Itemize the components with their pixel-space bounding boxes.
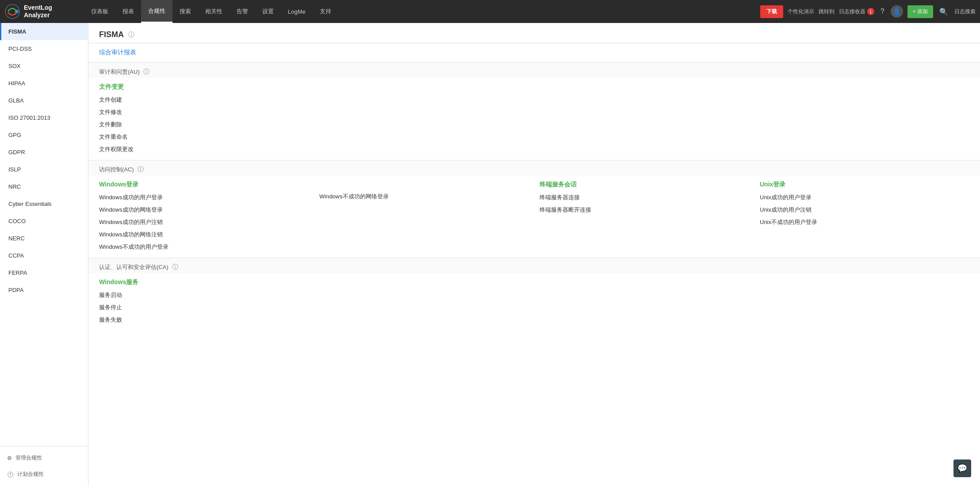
content-header: FISMA ⓘ [88, 23, 980, 43]
search-icon[interactable]: 🔍 [938, 6, 950, 18]
section-header-ca: 认证、认可和安全评估(CA) ⓘ [88, 258, 980, 273]
file-changes-items: 文件创建 文件修改 文件删除 文件重命名 文件权限更改 [99, 95, 969, 155]
sidebar-item-cyber-essentials[interactable]: Cyber Essentials [0, 195, 88, 213]
gear-icon: ⚙ [7, 455, 12, 461]
section-ca-help-icon[interactable]: ⓘ [172, 263, 178, 271]
help-icon[interactable]: ⓘ [128, 31, 134, 39]
sidebar-item-islp[interactable]: ISLP [0, 161, 88, 178]
sidebar-item-ccpa[interactable]: CCPA [0, 247, 88, 264]
list-item[interactable]: 文件重命名 [99, 132, 969, 142]
sidebar-item-iso27001[interactable]: ISO 27001:2013 [0, 109, 88, 126]
nav-logme[interactable]: LogMe [281, 0, 313, 23]
add-button[interactable]: + 添加 [907, 5, 933, 18]
download-button[interactable]: 下载 [760, 5, 783, 18]
top-navigation: EventLog Analyzer 仪表板 报表 合规性 搜索 相关性 告警 设… [0, 0, 980, 23]
chat-icon[interactable]: 💬 [953, 459, 971, 477]
sidebar-item-coco[interactable]: COCO [0, 213, 88, 230]
user-avatar[interactable]: 👤 [891, 5, 903, 18]
sidebar-item-nrc[interactable]: NRC [0, 178, 88, 195]
list-item[interactable]: 服务停止 [99, 302, 969, 313]
list-item[interactable]: 文件删除 [99, 119, 969, 130]
list-item[interactable]: 文件修改 [99, 107, 969, 118]
section-header-au: 审计和问责(AU) ⓘ [88, 62, 980, 78]
sidebar-item-hipaa[interactable]: HIPAA [0, 75, 88, 92]
windows-services-title: Windows服务 [99, 278, 969, 286]
list-item[interactable]: 终端服务器断开连接 [540, 205, 749, 215]
logo-icon [4, 4, 20, 19]
nav-right: 下载 个性化演示 跳转到 日志接收器 1 ? 👤 + 添加 🔍 日志搜索 [760, 5, 976, 18]
main-layout: FISMA PCI-DSS SOX HIPAA GLBA ISO 27001:2… [0, 23, 980, 486]
unix-login-title: Unix登录 [760, 181, 969, 189]
list-item[interactable]: Unix不成功的用户登录 [760, 217, 969, 228]
manage-compliance-button[interactable]: ⚙ 管理合规性 [0, 450, 88, 466]
nav-search[interactable]: 搜索 [172, 0, 198, 23]
page-title: FISMA [99, 30, 124, 39]
file-changes-title: 文件变更 [99, 83, 969, 91]
subsection-windows-services: Windows服务 服务启动 服务停止 服务失败 [88, 273, 980, 330]
windows-network-login-title [319, 181, 529, 188]
clock-icon: 🕐 [7, 471, 14, 478]
terminal-services-title: 终端服务会话 [540, 181, 749, 189]
sidebar-item-fisma[interactable]: FISMA [0, 23, 88, 40]
sidebar-item-pdpa[interactable]: PDPA [0, 281, 88, 299]
nav-reports[interactable]: 报表 [115, 0, 141, 23]
sidebar-bottom: ⚙ 管理合规性 🕐 计划合规性 [0, 446, 88, 486]
nav-dashboard[interactable]: 仪表板 [84, 0, 115, 23]
section-header-ac: 访问控制(AC) ⓘ [88, 160, 980, 175]
question-icon[interactable]: ? [879, 6, 886, 17]
list-item[interactable]: Windows不成功的网络登录 [319, 191, 529, 202]
sidebar: FISMA PCI-DSS SOX HIPAA GLBA ISO 27001:2… [0, 23, 88, 486]
windows-login-title: Windows登录 [99, 181, 309, 189]
schedule-compliance-button[interactable]: 🕐 计划合规性 [0, 466, 88, 482]
logo-text: EventLog Analyzer [24, 4, 52, 19]
terminal-services-subsection: 终端服务会话 终端服务器连接 终端服务器断开连接 [540, 181, 749, 252]
list-item[interactable]: Windows成功的用户注销 [99, 217, 309, 228]
sidebar-item-gdpr[interactable]: GDPR [0, 144, 88, 161]
list-item[interactable]: 文件创建 [99, 95, 969, 105]
list-item[interactable]: 文件权限更改 [99, 144, 969, 155]
list-item[interactable]: Unix成功的用户注销 [760, 205, 969, 215]
nav-alert[interactable]: 告警 [230, 0, 255, 23]
windows-login-subsection: Windows登录 Windows成功的用户登录 Windows成功的网络登录 … [99, 181, 309, 252]
log-search-button[interactable]: 日志搜索 [954, 8, 976, 15]
sidebar-item-nerc[interactable]: NERC [0, 230, 88, 247]
access-control-section: Windows登录 Windows成功的用户登录 Windows成功的网络登录 … [88, 175, 980, 258]
nav-settings[interactable]: 设置 [255, 0, 281, 23]
nav-support[interactable]: 支持 [313, 0, 338, 23]
section-ac-help-icon[interactable]: ⓘ [138, 166, 144, 174]
sidebar-item-pci-dss[interactable]: PCI-DSS [0, 40, 88, 57]
list-item[interactable]: Windows成功的网络注销 [99, 229, 309, 240]
nav-correlation[interactable]: 相关性 [198, 0, 230, 23]
personalize-button[interactable]: 个性化演示 [788, 8, 814, 15]
unix-login-subsection: Unix登录 Unix成功的用户登录 Unix成功的用户注销 Unix不成功的用… [760, 181, 969, 252]
nav-compliance[interactable]: 合规性 [141, 0, 172, 23]
logo: EventLog Analyzer [4, 4, 75, 19]
content-area: FISMA ⓘ 综合审计报表 审计和问责(AU) ⓘ 文件变更 文件创建 文件修… [88, 23, 980, 486]
sidebar-item-gpg[interactable]: GPG [0, 126, 88, 144]
list-item[interactable]: Windows成功的用户登录 [99, 192, 309, 203]
nav-items: 仪表板 报表 合规性 搜索 相关性 告警 设置 LogMe 支持 [84, 0, 760, 23]
list-item[interactable]: Windows不成功的用户登录 [99, 242, 309, 252]
jump-button[interactable]: 跳转到 [819, 8, 835, 15]
list-item[interactable]: Unix成功的用户登录 [760, 192, 969, 203]
log-receiver[interactable]: 日志接收器 1 [839, 8, 874, 15]
list-item[interactable]: 服务失败 [99, 315, 969, 325]
list-item[interactable]: 终端服务器连接 [540, 192, 749, 203]
list-item[interactable]: Windows成功的网络登录 [99, 205, 309, 215]
subsection-file-changes: 文件变更 文件创建 文件修改 文件删除 文件重命名 文件权限更改 [88, 78, 980, 160]
list-item[interactable]: 服务启动 [99, 290, 969, 300]
sidebar-item-ferpa[interactable]: FERPA [0, 264, 88, 281]
log-receiver-badge: 1 [867, 8, 874, 15]
comprehensive-audit-link[interactable]: 综合审计报表 [88, 43, 980, 62]
svg-point-1 [15, 10, 19, 13]
windows-network-login-subsection: Windows不成功的网络登录 [319, 181, 529, 252]
section-au-help-icon[interactable]: ⓘ [143, 68, 149, 76]
sidebar-item-glba[interactable]: GLBA [0, 92, 88, 109]
sidebar-item-sox[interactable]: SOX [0, 57, 88, 75]
